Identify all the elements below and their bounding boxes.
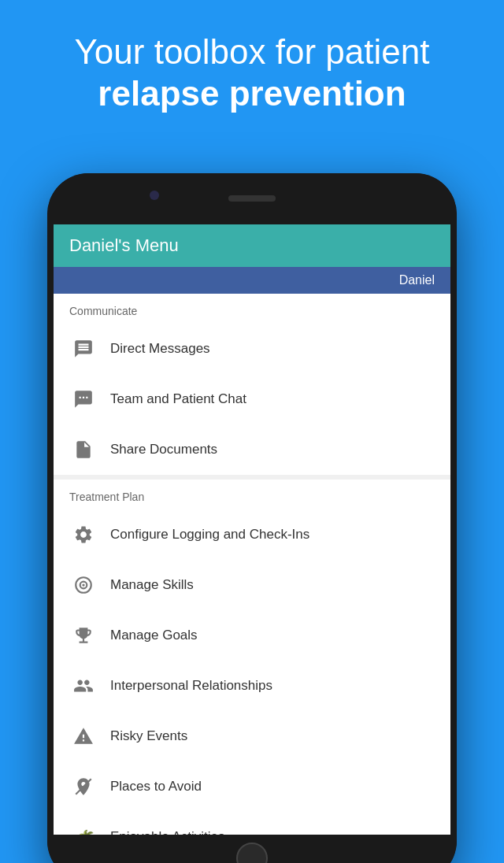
phone-top-bar (47, 173, 457, 224)
treatment-section-header: Treatment Plan (54, 480, 450, 509)
phone-bottom (47, 835, 457, 863)
places-to-avoid-label: Places to Avoid (110, 779, 202, 794)
menu-item-share-documents[interactable]: Share Documents (54, 424, 450, 475)
interpersonal-label: Interpersonal Relationships (110, 678, 272, 694)
direct-messages-label: Direct Messages (110, 341, 210, 357)
menu-item-risky-events[interactable]: Risky Events (54, 711, 450, 761)
share-documents-label: Share Documents (110, 442, 217, 457)
enjoyable-activities-label: Enjoyable Activities (110, 829, 225, 835)
team-patient-chat-label: Team and Patient Chat (110, 391, 246, 407)
manage-skills-icon (69, 571, 98, 599)
places-to-avoid-icon (69, 772, 98, 801)
menu-item-manage-skills[interactable]: Manage Skills (54, 560, 450, 610)
manage-skills-label: Manage Skills (110, 577, 194, 593)
hero-section: Your toolbox for patient relapse prevent… (0, 0, 504, 131)
direct-messages-icon (69, 335, 98, 363)
phone-screen: Daniel's Menu Daniel Communicate Direct … (54, 224, 450, 835)
menu-item-manage-goals[interactable]: Manage Goals (54, 610, 450, 661)
communicate-section-header: Communicate (54, 294, 450, 324)
interpersonal-icon (69, 672, 98, 700)
svg-point-2 (82, 583, 84, 586)
menu-content[interactable]: Communicate Direct Messages (54, 294, 450, 835)
phone-camera (150, 191, 159, 200)
phone-speaker (228, 195, 276, 202)
menu-item-configure-logging[interactable]: Configure Logging and Check-Ins (54, 509, 450, 560)
enjoyable-activities-icon: 🌴 (69, 823, 98, 835)
menu-item-team-patient-chat[interactable]: Team and Patient Chat (54, 374, 450, 424)
hero-line1: Your toolbox for patient (75, 32, 430, 71)
configure-logging-icon (69, 520, 98, 549)
phone-container: Daniel's Menu Daniel Communicate Direct … (47, 173, 457, 863)
phone-shell: Daniel's Menu Daniel Communicate Direct … (47, 173, 457, 863)
manage-goals-icon (69, 621, 98, 650)
app-user-name: Daniel (399, 273, 435, 287)
team-patient-chat-icon (69, 385, 98, 413)
manage-goals-label: Manage Goals (110, 628, 198, 643)
svg-text:🌴: 🌴 (76, 828, 94, 835)
risky-events-icon (69, 722, 98, 750)
configure-logging-label: Configure Logging and Check-Ins (110, 527, 309, 543)
share-documents-icon (69, 435, 98, 464)
menu-item-places-to-avoid[interactable]: Places to Avoid (54, 761, 450, 812)
menu-item-interpersonal[interactable]: Interpersonal Relationships (54, 661, 450, 711)
risky-events-label: Risky Events (110, 728, 187, 744)
app-header: Daniel's Menu (54, 224, 450, 267)
app-header-title: Daniel's Menu (69, 235, 435, 256)
hero-line2: relapse prevention (98, 74, 406, 113)
phone-home-button[interactable] (236, 843, 268, 863)
app-user-bar: Daniel (54, 267, 450, 294)
menu-item-direct-messages[interactable]: Direct Messages (54, 324, 450, 374)
menu-item-enjoyable-activities[interactable]: 🌴 Enjoyable Activities (54, 812, 450, 835)
